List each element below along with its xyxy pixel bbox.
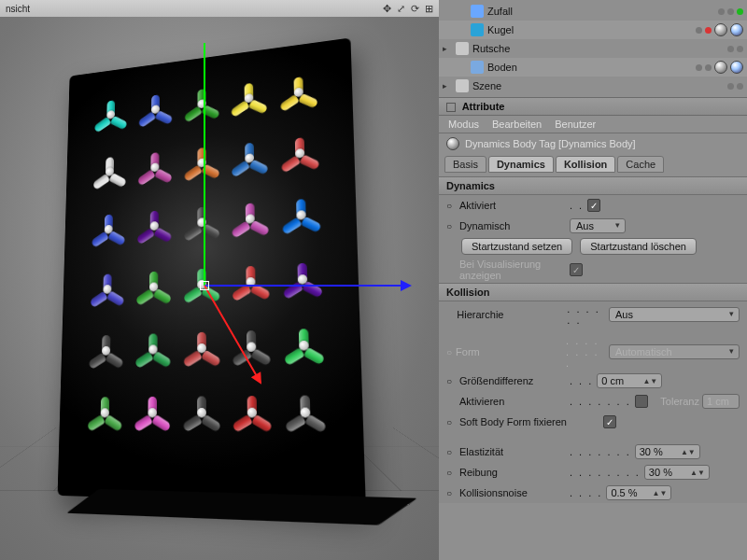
propeller	[89, 207, 129, 252]
propeller	[133, 264, 175, 310]
propeller	[90, 149, 129, 194]
propeller	[180, 139, 222, 185]
object-row-szene[interactable]: ▸Szene	[439, 77, 747, 95]
viewport-title: nsicht	[6, 4, 30, 14]
propeller	[84, 390, 126, 436]
object-icon	[456, 79, 469, 92]
activate-checkbox[interactable]	[635, 395, 648, 408]
propeller	[229, 195, 273, 243]
friction-input[interactable]: 30 %▲▼	[644, 465, 710, 480]
collision-section: Kollision Hierarchie . . . . . . Aus ○ F…	[439, 283, 747, 503]
object-row-boden[interactable]: Boden	[439, 58, 747, 77]
tab-kollision[interactable]: Kollision	[556, 156, 615, 173]
vis-label: Bei Visualisierung anzeigen	[459, 259, 566, 281]
form-label: Form	[456, 346, 562, 357]
propeller	[87, 267, 127, 312]
object-icon	[471, 5, 484, 18]
attribute-tabs[interactable]: Basis Dynamics Kollision Cache	[439, 154, 747, 176]
propeller	[276, 68, 321, 116]
viewport-canvas[interactable]	[0, 17, 439, 560]
attribute-title-label: Attribute	[462, 101, 505, 112]
propeller	[135, 87, 176, 132]
noise-input[interactable]: 0.5 %▲▼	[606, 485, 671, 500]
propeller	[277, 129, 323, 176]
hierarchy-dropdown[interactable]: Aus	[609, 307, 740, 322]
form-dropdown: Automatisch	[609, 344, 740, 359]
propeller	[228, 75, 271, 121]
rotate-icon[interactable]: ⟳	[411, 3, 419, 15]
propeller	[179, 389, 223, 437]
propeller	[181, 81, 222, 127]
object-row-zufall[interactable]: Zufall	[439, 2, 747, 21]
clear-initial-state-button[interactable]: Startzustand löschen	[580, 238, 697, 255]
gizmo[interactable]	[204, 286, 205, 287]
axis-origin[interactable]	[200, 281, 209, 290]
pan-icon[interactable]: ✥	[383, 3, 391, 15]
propeller	[228, 134, 272, 181]
propeller	[279, 255, 326, 303]
object-manager[interactable]: ZufallKugel▸RutscheBoden▸Szene	[439, 0, 747, 97]
propeller	[134, 145, 175, 190]
dynamics-tag-icon	[446, 137, 459, 150]
attribute-menubar[interactable]: Modus Bearbeiten Benutzer	[439, 116, 747, 133]
keyframe-icon[interactable]: ○	[446, 221, 456, 231]
tag-name: Dynamics Body Tag [Dynamics Body]	[465, 138, 636, 149]
object-label: Boden	[487, 62, 517, 73]
viewport-header: nsicht ✥ ⤢ ⟳ ⊞	[0, 0, 439, 17]
dynamics-heading: Dynamics	[439, 176, 747, 195]
hierarchy-label: Hierarchie	[457, 309, 563, 320]
object-icon	[471, 61, 484, 74]
sizediff-input[interactable]: 0 cm▲▼	[597, 373, 662, 388]
propeller-grid	[84, 68, 333, 452]
maximize-icon[interactable]: ⊞	[425, 3, 433, 15]
propeller	[92, 92, 131, 137]
tag-header: Dynamics Body Tag [Dynamics Body]	[439, 133, 747, 154]
dynamic-label: Dynamisch	[459, 220, 566, 231]
propeller	[180, 200, 222, 246]
propeller	[280, 321, 328, 370]
object-label: Rutsche	[472, 43, 510, 54]
object-label: Szene	[472, 80, 501, 91]
softbody-label: Soft Body Form fixieren	[459, 416, 599, 427]
object-row-rutsche[interactable]: ▸Rutsche	[439, 39, 747, 58]
set-initial-state-button[interactable]: Startzustand setzen	[461, 238, 572, 255]
board-object[interactable]	[58, 37, 366, 505]
propeller	[230, 389, 275, 438]
activate-label: Aktivieren	[459, 396, 566, 407]
viewport[interactable]: nsicht ✥ ⤢ ⟳ ⊞	[0, 0, 439, 560]
propeller	[180, 325, 224, 371]
enabled-label: Aktiviert	[459, 200, 566, 211]
elasticity-input[interactable]: 30 %▲▼	[635, 444, 700, 459]
propeller	[131, 390, 174, 437]
menu-modus[interactable]: Modus	[448, 119, 479, 130]
propeller	[134, 203, 175, 249]
propeller	[229, 259, 274, 306]
propeller	[278, 191, 325, 240]
tolerance-label: Toleranz	[660, 396, 699, 407]
enabled-checkbox[interactable]: ✓	[587, 199, 600, 212]
dynamics-section: Dynamics ○ Aktiviert . . ✓ ○ Dynamisch A…	[439, 176, 747, 283]
propeller	[282, 388, 331, 438]
dynamic-dropdown[interactable]: Aus	[570, 218, 626, 233]
collision-heading: Kollision	[439, 283, 747, 301]
axis-x[interactable]	[204, 285, 410, 287]
object-icon	[456, 42, 469, 55]
elasticity-label: Elastizität	[459, 446, 566, 457]
tab-basis[interactable]: Basis	[444, 156, 486, 173]
zoom-icon[interactable]: ⤢	[397, 3, 405, 15]
softbody-checkbox[interactable]: ✓	[603, 415, 616, 428]
menu-bearbeiten[interactable]: Bearbeiten	[492, 119, 542, 130]
axis-y[interactable]	[204, 43, 205, 286]
keyframe-icon[interactable]: ○	[446, 201, 456, 211]
tolerance-input: 1 cm	[702, 394, 740, 409]
tab-dynamics[interactable]: Dynamics	[488, 156, 554, 173]
vis-checkbox: ✓	[570, 263, 583, 276]
noise-label: Kollisionsnoise	[459, 487, 566, 498]
friction-label: Reibung	[459, 467, 566, 478]
viewport-controls[interactable]: ✥ ⤢ ⟳ ⊞	[383, 3, 433, 15]
menu-benutzer[interactable]: Benutzer	[555, 119, 596, 130]
tab-cache[interactable]: Cache	[617, 156, 664, 173]
propeller	[86, 328, 127, 372]
sizediff-label: Größendifferenz	[459, 375, 566, 386]
object-row-kugel[interactable]: Kugel	[439, 21, 747, 39]
